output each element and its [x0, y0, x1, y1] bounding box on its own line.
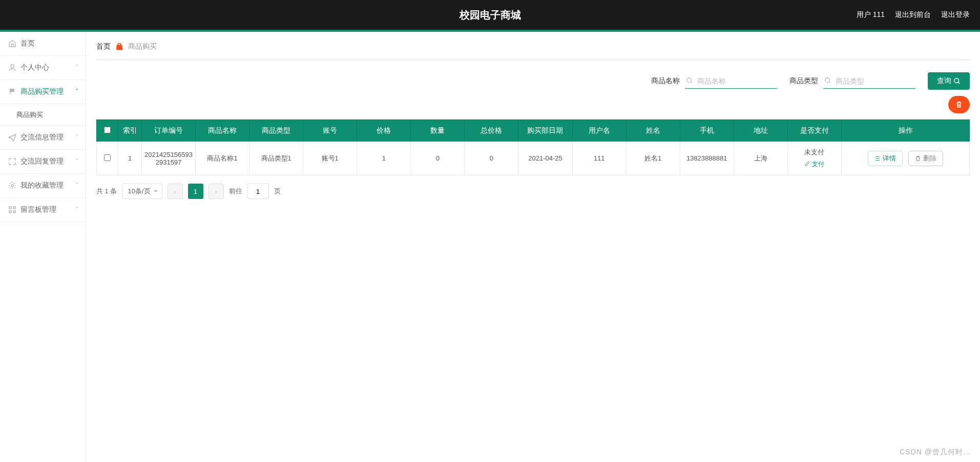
filter-product-type: 商品类型 — [789, 73, 915, 89]
col-header: 是否支付 — [787, 120, 841, 142]
cell-account: 账号1 — [303, 142, 357, 175]
col-checkbox — [97, 120, 118, 142]
main-content: 首页 商品购买 商品名称 商品类型 查询 — [86, 32, 980, 462]
product-name-input[interactable] — [685, 73, 777, 89]
cell-phone: 13823888881 — [680, 142, 734, 175]
pay-action-link[interactable]: 支付 — [805, 160, 824, 169]
edit-icon — [805, 161, 810, 166]
bulk-delete-button[interactable] — [948, 96, 970, 113]
exit-to-front-link[interactable]: 退出到前台 — [895, 10, 931, 19]
sidebar-item-home[interactable]: 首页 — [0, 32, 86, 56]
product-type-input[interactable] — [823, 73, 915, 89]
cell-order-no: 20214251565932931597 — [142, 142, 196, 175]
select-all-checkbox[interactable] — [104, 127, 111, 133]
data-table: 索引 订单编号 商品名称 商品类型 账号 价格 数量 总价格 购买部日期 用户名… — [96, 119, 970, 175]
cell-qty: 0 — [411, 142, 465, 175]
breadcrumb-current: 商品购买 — [128, 42, 157, 51]
user-icon — [8, 64, 16, 72]
sidebar-item-personal[interactable]: 个人中心 ˅ — [0, 56, 86, 80]
logout-link[interactable]: 退出登录 — [941, 10, 970, 19]
flag-icon — [8, 88, 16, 96]
search-icon — [824, 77, 831, 84]
col-header: 购买部日期 — [518, 120, 572, 142]
query-button[interactable]: 查询 — [928, 72, 970, 90]
sidebar-item-label: 交流回复管理 — [20, 157, 64, 166]
col-header: 账号 — [303, 120, 357, 142]
header-actions: 用户 111 退出到前台 退出登录 — [857, 10, 970, 19]
pay-status-text: 未支付 — [804, 148, 824, 157]
sidebar-item-label: 留言板管理 — [20, 205, 56, 214]
search-icon — [686, 77, 693, 84]
col-header: 商品类型 — [249, 120, 303, 142]
sidebar-subitem-purchase[interactable]: 商品购买 — [0, 104, 86, 126]
pager-goto-pre: 前往 — [229, 187, 242, 196]
filter-product-name: 商品名称 — [651, 73, 777, 89]
col-header: 数量 — [411, 120, 465, 142]
col-header: 姓名 — [626, 120, 680, 142]
cell-prod-name: 商品名称1 — [196, 142, 249, 175]
home-icon — [8, 39, 16, 48]
bulk-action-row — [96, 96, 970, 113]
breadcrumb-home[interactable]: 首页 — [96, 42, 111, 51]
chevron-up-icon: ˄ — [75, 88, 78, 95]
svg-rect-5 — [13, 211, 15, 213]
chevron-down-icon: ˅ — [75, 158, 78, 165]
sidebar-item-exchange-reply[interactable]: 交流回复管理 ˅ — [0, 150, 86, 174]
pager-goto-input[interactable] — [247, 184, 269, 199]
cell-username: 111 — [572, 142, 626, 175]
sidebar-item-label: 商品购买管理 — [20, 87, 64, 96]
chevron-down-icon: ˅ — [75, 134, 78, 141]
sidebar-item-label: 交流信息管理 — [20, 133, 64, 142]
cell-pay: 未支付 支付 — [787, 142, 841, 175]
table-row: 1 20214251565932931597 商品名称1 商品类型1 账号1 1… — [97, 142, 970, 175]
app-title: 校园电子商城 — [460, 8, 521, 22]
pager-next-button[interactable]: › — [208, 184, 224, 199]
trash-icon — [955, 101, 963, 108]
fullscreen-icon — [8, 157, 16, 166]
row-checkbox[interactable] — [104, 154, 111, 161]
filter-type-label: 商品类型 — [789, 76, 818, 86]
query-button-label: 查询 — [937, 76, 951, 86]
pager-prev-button[interactable]: ‹ — [168, 184, 183, 199]
svg-point-6 — [687, 78, 692, 83]
list-icon — [874, 155, 881, 162]
svg-point-7 — [825, 78, 830, 83]
search-icon — [953, 77, 961, 85]
shopping-bag-icon — [116, 43, 123, 50]
svg-point-0 — [11, 65, 14, 68]
detail-button[interactable]: 详情 — [868, 151, 903, 166]
cell-actions: 详情 删除 — [842, 142, 970, 175]
pagination: 共 1 条 10条/页 ‹ 1 › 前往 页 — [96, 184, 970, 199]
top-header: 校园电子商城 用户 111 退出到前台 退出登录 — [0, 0, 980, 32]
svg-rect-4 — [9, 211, 11, 213]
pager-page-1[interactable]: 1 — [188, 184, 203, 199]
current-user-label[interactable]: 用户 111 — [857, 10, 885, 19]
sidebar-item-favorites[interactable]: 我的收藏管理 ˅ — [0, 174, 86, 198]
pager-total: 共 1 条 — [96, 187, 117, 196]
page-size-select[interactable]: 10条/页 — [122, 184, 162, 199]
cell-index: 1 — [118, 142, 142, 175]
sidebar-subitem-label: 商品购买 — [16, 110, 43, 119]
cell-realname: 姓名1 — [626, 142, 680, 175]
chevron-down-icon: ˅ — [75, 182, 78, 189]
svg-rect-3 — [13, 207, 15, 209]
cell-total: 0 — [465, 142, 518, 175]
cell-address: 上海 — [734, 142, 787, 175]
sidebar: 首页 个人中心 ˅ 商品购买管理 ˄ 商品购买 交流信息管理 ˅ 交流回复管理 … — [0, 32, 86, 462]
col-header: 总价格 — [465, 120, 518, 142]
col-header: 用户名 — [572, 120, 626, 142]
pager-goto-post: 页 — [274, 187, 281, 196]
chevron-down-icon: ˅ — [75, 64, 78, 71]
sidebar-item-label: 我的收藏管理 — [20, 181, 64, 190]
gear-icon — [8, 182, 16, 190]
col-header: 手机 — [680, 120, 734, 142]
sidebar-item-label: 个人中心 — [20, 63, 49, 72]
sidebar-item-purchase-manage[interactable]: 商品购买管理 ˄ — [0, 80, 86, 104]
sidebar-item-messageboard[interactable]: 留言板管理 ˅ — [0, 198, 86, 222]
trash-icon — [915, 155, 921, 162]
cell-buy-date: 2021-04-25 — [518, 142, 572, 175]
col-header: 价格 — [357, 120, 411, 142]
col-header: 操作 — [842, 120, 970, 142]
sidebar-item-exchange-info[interactable]: 交流信息管理 ˅ — [0, 126, 86, 150]
row-delete-button[interactable]: 删除 — [908, 151, 943, 166]
